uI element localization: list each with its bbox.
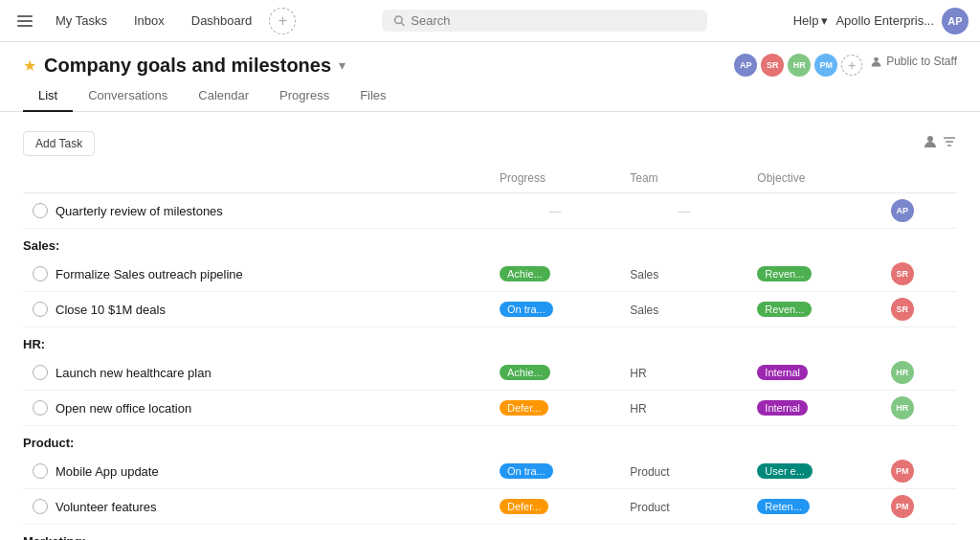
svg-point-3: [395, 16, 403, 24]
my-tasks-nav[interactable]: My Tasks: [46, 10, 117, 32]
task-name-cell: Close 10 $1M deals: [23, 292, 490, 327]
avatar-3: HR: [788, 54, 811, 77]
team-cell: Product: [620, 454, 747, 489]
objective-badge: Internal: [757, 400, 808, 416]
avatar-cell: SR: [881, 292, 957, 327]
objective-badge: Reven...: [757, 302, 812, 317]
task-name: Formalize Sales outreach pipeline: [56, 267, 243, 281]
svg-line-4: [401, 23, 404, 26]
search-icon: [393, 14, 405, 27]
progress-cell: Defer...: [490, 489, 620, 525]
objective-cell: Internal: [747, 355, 881, 391]
task-checkbox[interactable]: [33, 400, 48, 416]
objective-cell: Internal: [747, 391, 881, 426]
search-input[interactable]: [411, 13, 696, 28]
objective-cell: User e...: [747, 454, 881, 489]
task-name: Mobile App update: [56, 464, 159, 479]
progress-badge: Achie...: [500, 266, 550, 281]
task-name: Quarterly review of milestones: [56, 204, 223, 218]
task-checkbox[interactable]: [33, 266, 48, 281]
table-row: Mobile App update On tra...ProductUser e…: [23, 454, 957, 489]
person-avatar: PM: [891, 495, 914, 518]
add-task-button[interactable]: Add Task: [23, 131, 95, 156]
svg-rect-2: [17, 25, 33, 27]
person-icon: [870, 56, 882, 68]
col-person: [881, 164, 957, 193]
progress-cell: Achie...: [490, 355, 620, 391]
progress-badge: Achie...: [500, 365, 550, 380]
table-row: Volunteer features Defer...ProductReten.…: [23, 489, 957, 525]
task-name: Volunteer features: [56, 500, 157, 514]
avatar-4: PM: [814, 54, 837, 77]
team-cell: Product: [620, 489, 747, 525]
progress-cell: —: [490, 193, 620, 229]
task-checkbox[interactable]: [33, 365, 48, 380]
progress-cell: Defer...: [490, 391, 620, 426]
inbox-nav[interactable]: Inbox: [124, 10, 174, 32]
tab-list[interactable]: List: [23, 80, 73, 112]
section-header: HR:: [23, 327, 957, 356]
avatar-cell: SR: [881, 257, 957, 292]
star-icon[interactable]: ★: [23, 56, 36, 75]
svg-rect-0: [17, 15, 33, 17]
objective-badge: Reven...: [757, 266, 812, 281]
objective-badge: User e...: [757, 463, 813, 479]
hamburger-menu[interactable]: [11, 8, 38, 34]
public-badge: Public to Staff: [870, 55, 957, 76]
task-checkbox[interactable]: [33, 302, 48, 317]
person-filter-icon: [923, 134, 938, 149]
add-collaborator-icon[interactable]: +: [841, 55, 862, 76]
avatar-cell: HR: [881, 391, 957, 426]
user-avatar[interactable]: AP: [942, 8, 969, 34]
search-bar[interactable]: [382, 10, 707, 32]
col-objective: Objective: [747, 164, 881, 193]
col-team: Team: [620, 164, 747, 193]
avatar-cell: AP: [881, 193, 957, 229]
progress-badge: Defer...: [500, 400, 548, 416]
company-name[interactable]: Apollo Enterpris...: [835, 13, 934, 28]
tabs-row: List Conversations Calendar Progress Fil…: [23, 80, 957, 111]
svg-point-6: [927, 136, 933, 142]
add-nav-icon[interactable]: +: [269, 8, 296, 34]
task-name-cell: Mobile App update: [23, 454, 490, 489]
progress-badge: On tra...: [500, 302, 553, 317]
tab-progress[interactable]: Progress: [264, 80, 345, 112]
task-name-cell: Volunteer features: [23, 489, 490, 525]
collaborators-avatars: AP SR HR PM +: [734, 54, 862, 77]
tab-conversations[interactable]: Conversations: [73, 80, 183, 112]
section-header: Sales:: [23, 229, 957, 258]
objective-cell: Reven...: [747, 292, 881, 327]
svg-point-5: [874, 56, 879, 61]
task-name: Open new office location: [56, 401, 191, 416]
tab-calendar[interactable]: Calendar: [183, 80, 264, 112]
task-name-cell: Quarterly review of milestones: [23, 193, 490, 229]
progress-cell: Achie...: [490, 257, 620, 292]
col-name: [23, 164, 490, 193]
task-checkbox[interactable]: [33, 203, 48, 218]
tab-files[interactable]: Files: [345, 80, 401, 112]
objective-cell: [747, 193, 881, 229]
team-cell: Sales: [620, 257, 747, 292]
person-avatar: AP: [891, 199, 914, 222]
objective-badge: Internal: [757, 365, 808, 380]
objective-cell: Reten...: [747, 489, 881, 525]
task-name-cell: Formalize Sales outreach pipeline: [23, 257, 490, 292]
progress-cell: On tra...: [490, 454, 620, 489]
table-row: Launch new healthcare plan Achie...HRInt…: [23, 355, 957, 391]
person-avatar: HR: [891, 361, 914, 384]
objective-badge: Reten...: [757, 499, 810, 514]
progress-badge: Defer...: [500, 499, 548, 514]
person-avatar: SR: [891, 298, 914, 321]
task-checkbox[interactable]: [33, 499, 48, 514]
team-cell: HR: [620, 391, 747, 426]
page-header: ★ Company goals and milestones ▾ AP SR H…: [0, 42, 980, 112]
help-button[interactable]: Help ▾: [793, 13, 829, 28]
main-content: Add Task Progress Team Objective Quarter…: [0, 112, 980, 540]
team-cell: HR: [620, 355, 747, 391]
task-checkbox[interactable]: [33, 463, 48, 479]
filter-icon: [942, 134, 957, 149]
title-chevron-icon[interactable]: ▾: [339, 57, 345, 73]
dashboard-nav[interactable]: Dashboard: [182, 10, 262, 32]
task-name-cell: Open new office location: [23, 391, 490, 426]
avatar-cell: PM: [881, 489, 957, 525]
